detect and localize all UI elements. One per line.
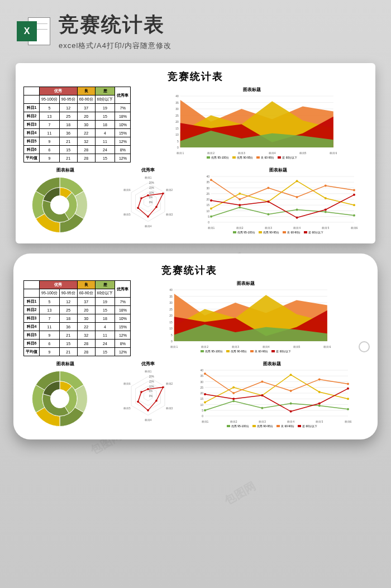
cell: 21 <box>59 137 77 146</box>
cell: 9 <box>40 154 60 162</box>
table-row: 科目661528248% <box>24 340 131 348</box>
svg-text:0: 0 <box>171 340 173 343</box>
row-label: 科目2 <box>24 306 40 314</box>
svg-text:5: 5 <box>202 409 203 412</box>
cell: 30 <box>77 121 95 129</box>
table-row: 科目661528248% <box>24 146 131 154</box>
cell: 18 <box>95 121 115 129</box>
cell: 18 <box>95 314 115 323</box>
radar-title: 优秀率 <box>112 167 184 173</box>
cell: 15 <box>95 348 115 356</box>
svg-text:20%: 20% <box>149 375 154 378</box>
legend-item: 优秀 95-100分 <box>207 156 229 159</box>
svg-text:科目4: 科目4 <box>293 226 301 230</box>
svg-text:科目3: 科目3 <box>166 407 173 410</box>
svg-text:科目2: 科目2 <box>166 188 173 192</box>
cell: 6 <box>40 146 60 154</box>
donut-chart: 图表标题 <box>23 167 107 236</box>
area-chart-title: 图表标题 <box>136 87 368 93</box>
line-chart: 图表标题 0510152025303540科目1科目2科目3科目4科目5科目6 … <box>189 361 355 429</box>
cell: 11 <box>95 331 115 340</box>
svg-text:20: 20 <box>200 391 203 395</box>
cell: 10% <box>115 121 131 129</box>
svg-text:0: 0 <box>177 146 179 149</box>
cell: 6 <box>40 340 60 348</box>
svg-text:科目4: 科目4 <box>145 224 152 228</box>
cell: 20 <box>77 306 95 314</box>
legend-item: 优秀 95-100分 <box>233 231 255 234</box>
svg-text:科目3: 科目3 <box>265 226 272 230</box>
row-label: 平均值 <box>24 348 40 356</box>
cell: 24 <box>95 340 115 348</box>
cell: 28 <box>77 348 95 356</box>
legend-item: 优秀 95-100分 <box>227 424 249 428</box>
svg-text:30: 30 <box>170 301 173 304</box>
svg-text:科目4: 科目4 <box>287 420 294 423</box>
svg-text:40: 40 <box>176 94 179 98</box>
table-row: 科目21325201518% <box>24 112 131 121</box>
table-body: 科目151237197%科目21325201518%科目3718301810%科… <box>24 104 131 162</box>
col-header: 90-95分 <box>59 95 77 104</box>
cell: 32 <box>77 137 95 146</box>
table-row: 科目151237197% <box>24 104 131 112</box>
svg-text:10: 10 <box>200 403 203 407</box>
sheet-main-title: 竞赛统计表 <box>23 264 355 277</box>
donut-title: 图表标题 <box>23 167 107 173</box>
page-subtitle: excel格式/A4打印/内容随意修改 <box>59 41 374 51</box>
col-header-rate: 优秀率 <box>115 87 131 104</box>
svg-text:科目1: 科目1 <box>208 226 215 230</box>
cell: 12 <box>59 104 77 112</box>
cell: 28 <box>77 146 95 154</box>
svg-text:40: 40 <box>206 175 209 178</box>
cell: 15 <box>95 306 115 314</box>
svg-text:30: 30 <box>176 107 179 111</box>
cell: 15 <box>95 154 115 162</box>
cell: 13 <box>40 306 60 314</box>
svg-text:科目1: 科目1 <box>202 420 209 423</box>
svg-text:科目3: 科目3 <box>238 151 245 155</box>
cell: 12% <box>115 137 131 146</box>
area-chart: 图表标题 0510152025303540科目1科目2科目3科目4科目5科目6 … <box>136 280 355 356</box>
svg-text:科目4: 科目4 <box>145 418 152 422</box>
cell: 15 <box>59 340 77 348</box>
cell: 21 <box>59 348 77 356</box>
cell: 10% <box>115 314 131 323</box>
svg-text:5: 5 <box>208 215 209 218</box>
svg-text:25: 25 <box>170 308 173 311</box>
svg-text:科目5: 科目5 <box>322 226 329 230</box>
svg-text:科目1: 科目1 <box>171 345 178 348</box>
svg-text:科目6: 科目6 <box>123 188 131 192</box>
col-header: 60-90分 <box>77 95 95 104</box>
col-group-bad: 差 <box>95 87 115 95</box>
svg-text:科目4: 科目4 <box>263 345 270 348</box>
data-table: 优秀 良 差 优秀率 95-100分 90-95分 60-90分 60分以下 科… <box>23 280 131 356</box>
cell: 4 <box>95 129 115 137</box>
cell: 11 <box>40 323 60 331</box>
svg-text:科目6: 科目6 <box>351 226 358 230</box>
svg-text:20%: 20% <box>149 181 154 184</box>
svg-text:20: 20 <box>176 120 179 123</box>
svg-text:5: 5 <box>171 333 173 337</box>
table-row: 科目4113622415% <box>24 323 131 331</box>
svg-text:15: 15 <box>200 397 203 400</box>
legend-item: 优秀 90-95分 <box>259 231 279 234</box>
svg-text:25: 25 <box>176 114 179 117</box>
cell: 15 <box>95 112 115 121</box>
svg-point-24 <box>51 196 69 214</box>
cell: 8% <box>115 340 131 348</box>
svg-text:10: 10 <box>176 133 179 136</box>
svg-text:20: 20 <box>206 198 209 201</box>
cell: 9 <box>40 348 60 356</box>
svg-text:5%: 5% <box>149 196 153 199</box>
svg-text:15%: 15% <box>149 187 154 189</box>
svg-text:科目1: 科目1 <box>145 370 152 373</box>
cell: 7 <box>40 314 60 323</box>
row-label: 科目6 <box>24 340 40 348</box>
svg-text:20: 20 <box>170 314 173 317</box>
svg-text:15%: 15% <box>149 380 154 383</box>
legend-item: 差 60分以下 <box>304 231 323 234</box>
page-header: X 竞赛统计表 excel格式/A4打印/内容随意修改 <box>0 0 391 56</box>
svg-text:0%: 0% <box>149 201 153 204</box>
svg-text:10: 10 <box>206 209 209 213</box>
legend-item: 优秀 95-100分 <box>201 350 223 353</box>
